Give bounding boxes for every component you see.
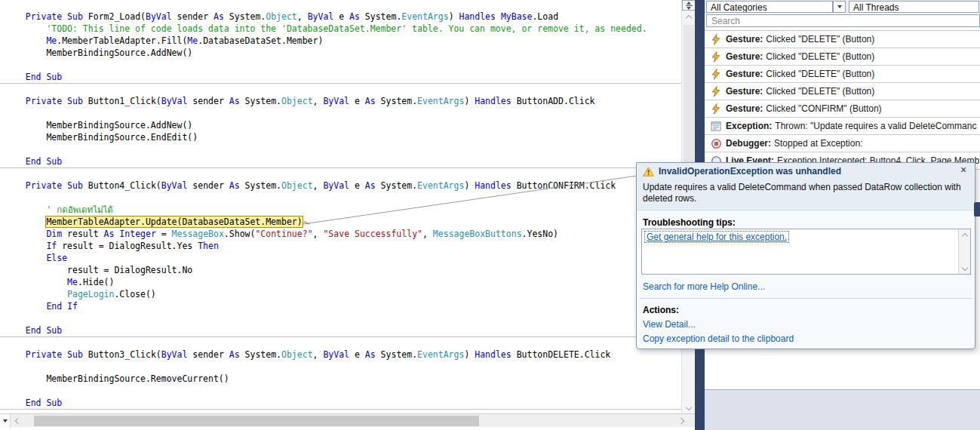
event-row[interactable]: Gesture:Clicked "DELETE" (Button) xyxy=(705,31,980,48)
gesture-icon xyxy=(710,34,722,45)
code-line xyxy=(5,361,682,373)
code-line: Else xyxy=(5,252,682,264)
event-category: Gesture: xyxy=(726,86,763,97)
code-editor[interactable]: Private Sub Form2_Load(ByVal sender As S… xyxy=(0,0,682,413)
event-row[interactable]: Exception:Thrown: "Update requires a val… xyxy=(705,118,980,135)
dialog-header: InvalidOperationException was unhandled … xyxy=(637,163,975,180)
code-line: End Sub xyxy=(5,324,682,336)
code-line: Private Sub Button1_Click(ByVal sender A… xyxy=(5,95,682,107)
editor-splitter-handle[interactable] xyxy=(682,0,696,11)
code-line: MemberTableAdapter.Update(DatabaseDataSe… xyxy=(5,216,682,228)
scroll-down-button[interactable] xyxy=(682,402,696,413)
event-category: Debugger: xyxy=(726,138,771,149)
pin-icon-fragment xyxy=(974,202,980,217)
event-row[interactable]: Gesture:Clicked "DELETE" (Button) xyxy=(705,83,980,100)
dropdown-arrow-icon xyxy=(837,5,842,8)
procedure-separator xyxy=(0,336,682,337)
search-input[interactable] xyxy=(706,14,980,27)
event-text: Clicked "CONFIRM" (Button) xyxy=(766,103,881,114)
scrollbar-options-button[interactable] xyxy=(0,414,11,428)
code-line: Private Sub Button4_Click(ByVal sender A… xyxy=(5,180,682,192)
threads-filter-dropdown[interactable]: All Threads xyxy=(849,1,979,13)
code-line: ' กดอัพเดทไม่ได้ xyxy=(5,204,682,216)
code-line: MemberBindingSource.AddNew() xyxy=(5,47,682,59)
editor-horizontal-scrollbar[interactable] xyxy=(0,413,695,427)
scroll-right-button[interactable] xyxy=(676,414,688,428)
event-category: Gesture: xyxy=(726,34,763,45)
event-text: Clicked "DELETE" (Button) xyxy=(766,69,874,79)
event-text: Clicked "DELETE" (Button) xyxy=(766,34,874,45)
warning-icon xyxy=(643,167,654,177)
event-row[interactable]: Gesture:Clicked "DELETE" (Button) xyxy=(705,48,980,66)
scroll-left-button[interactable] xyxy=(11,414,23,428)
code-line: Me.MemberTableAdapter.Fill(Me.DatabaseDa… xyxy=(5,35,682,47)
tips-scroll-up-button[interactable] xyxy=(959,229,971,241)
exception-icon xyxy=(710,121,722,131)
debugger-icon xyxy=(710,138,722,149)
code-line xyxy=(5,59,682,71)
splitter-up-arrow-icon xyxy=(687,2,691,5)
event-category: Gesture: xyxy=(726,103,763,114)
code-line: Private Sub Button3_Click(ByVal sender A… xyxy=(5,349,682,361)
exception-message: Update requires a valid DeleteCommand wh… xyxy=(643,182,972,204)
general-help-link[interactable]: Get general help for this exception. xyxy=(644,231,789,243)
code-line: End Sub xyxy=(5,155,682,167)
event-row[interactable]: Debugger:Stopped at Exception: xyxy=(705,135,980,152)
code-line xyxy=(5,336,682,349)
gesture-icon xyxy=(710,69,722,80)
panel-bottom-area xyxy=(705,389,980,430)
filter-toolbar: All Categories All Threads xyxy=(705,0,980,14)
dropdown-arrow-icon xyxy=(3,419,8,422)
categories-dropdown-arrow[interactable] xyxy=(833,1,846,13)
splitter-line-icon xyxy=(686,5,693,6)
view-detail-link[interactable]: View Detail... xyxy=(643,319,696,330)
close-icon[interactable]: × xyxy=(957,164,969,177)
code-lines: Private Sub Form2_Load(ByVal sender As S… xyxy=(0,0,682,413)
code-line: Me.Hide() xyxy=(5,276,682,288)
gesture-icon xyxy=(710,86,722,97)
code-line xyxy=(5,167,682,180)
troubleshooting-tips-box: Get general help for this exception. xyxy=(641,229,971,275)
code-line: result = DialogResult.No xyxy=(5,264,682,276)
categories-filter-dropdown[interactable]: All Categories xyxy=(706,1,833,13)
code-line: MemberBindingSource.AddNew() xyxy=(5,119,682,131)
code-line: Dim result As Integer = MessageBox.Show(… xyxy=(5,228,682,240)
gesture-icon xyxy=(710,103,722,115)
code-line: Private Sub Form2_Load(ByVal sender As S… xyxy=(5,11,682,23)
copy-exception-link[interactable]: Copy exception detail to the clipboard xyxy=(643,333,794,344)
dialog-title: InvalidOperationException was unhandled xyxy=(659,166,841,177)
dialog-separator xyxy=(640,298,972,299)
scroll-up-button[interactable] xyxy=(682,11,696,23)
event-category: Gesture: xyxy=(726,51,763,62)
exception-dialog: InvalidOperationException was unhandled … xyxy=(636,162,975,349)
event-text: Clicked "DELETE" (Button) xyxy=(766,51,874,62)
event-text: Clicked "DELETE" (Button) xyxy=(766,86,874,97)
chevron-right-icon xyxy=(677,418,684,424)
code-line: PageLogin.Close() xyxy=(5,288,682,300)
chevron-down-icon xyxy=(686,404,692,410)
search-more-help-link[interactable]: Search for more Help Online... xyxy=(643,281,765,292)
error-highlight: MemberTableAdapter.Update(DatabaseDataSe… xyxy=(46,217,302,227)
troubleshooting-tips-header: Troubleshooting tips: xyxy=(643,217,736,228)
code-line: 'TODO: This line of code loads data into… xyxy=(5,23,682,35)
code-line xyxy=(5,143,682,155)
event-text: Stopped at Exception: xyxy=(774,138,862,149)
event-row[interactable]: Gesture:Clicked "DELETE" (Button) xyxy=(705,66,980,83)
horizontal-scroll-thumb[interactable] xyxy=(34,416,479,426)
code-line: MemberBindingSource.EndEdit() xyxy=(5,131,682,143)
procedure-separator xyxy=(0,409,682,410)
chevron-down-icon xyxy=(962,264,968,270)
chevron-left-icon xyxy=(14,418,20,424)
tips-scroll-down-button[interactable] xyxy=(959,263,971,274)
event-row[interactable]: Gesture:Clicked "CONFIRM" (Button) xyxy=(705,100,980,118)
ide-screen: Private Sub Form2_Load(ByVal sender As S… xyxy=(0,0,980,430)
actions-header: Actions: xyxy=(643,305,679,315)
procedure-separator xyxy=(0,83,682,84)
tips-scrollbar[interactable] xyxy=(958,229,970,274)
procedure-separator xyxy=(0,167,682,168)
code-line xyxy=(5,385,682,397)
gesture-icon xyxy=(710,51,722,63)
event-text: Thrown: "Update requires a valid DeleteC… xyxy=(775,121,976,131)
code-line: If result = DialogResult.Yes Then xyxy=(5,240,682,252)
categories-filter-value: All Categories xyxy=(711,2,767,13)
